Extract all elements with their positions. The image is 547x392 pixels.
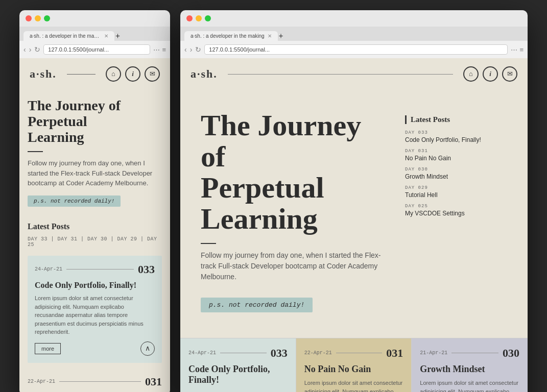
- desktop-mail-icon: ✉: [507, 70, 513, 78]
- mobile-titlebar: [19, 10, 170, 27]
- mobile-up-arrow[interactable]: ∧: [140, 341, 155, 356]
- desktop-tab[interactable]: a·sh. : a developer in the making ✕: [184, 31, 278, 41]
- mobile-post-number-1: 033: [138, 263, 155, 276]
- share-icon[interactable]: ⋯: [153, 46, 160, 54]
- mobile-subtitle: Follow my journey from day one, when I s…: [28, 158, 162, 188]
- mobile-main: The Journey of Perpetual Learning Follow…: [19, 90, 170, 392]
- desktop-sidebar-title-4[interactable]: Tutorial Hell: [405, 191, 507, 199]
- desktop-hero-main: The Journey of Perpetual Learning Follow…: [201, 110, 390, 323]
- desktop-sidebar-title-2[interactable]: No Pain No Gain: [405, 155, 507, 162]
- desktop-post-title-2: No Pain No Gain: [304, 364, 403, 375]
- desktop-sidebar-day-1: DAY 033: [405, 130, 507, 135]
- desktop-title-divider: [201, 243, 216, 244]
- mobile-number-line: [66, 269, 134, 270]
- desktop-tab-title: a·sh. : a developer in the making: [191, 33, 265, 39]
- desktop-extensions-icon[interactable]: ≡: [519, 46, 524, 54]
- desktop-sidebar-title-5[interactable]: My VSCDOE Settings: [405, 210, 507, 217]
- desktop-share-icon[interactable]: ⋯: [511, 46, 517, 54]
- close-tab-icon[interactable]: ✕: [104, 33, 108, 39]
- mobile-title-divider: [28, 151, 43, 152]
- mobile-home-nav[interactable]: ⌂: [106, 66, 121, 82]
- desktop-post-excerpt-1: Lorem ipsum dolor sit amet consectetur a…: [188, 390, 288, 392]
- desktop-close-dot[interactable]: [186, 15, 193, 21]
- mobile-number-line-2: [59, 381, 141, 382]
- close-dot[interactable]: [26, 15, 32, 21]
- forward-button[interactable]: ›: [29, 45, 32, 54]
- desktop-site-header: a·sh. ⌂ i ✉: [180, 58, 528, 90]
- mobile-post-date-1: 24-Apr-21: [35, 266, 62, 272]
- desktop-toolbar-icons: ⋯ ≡: [511, 46, 524, 54]
- desktop-post-number-1: 033: [271, 347, 288, 360]
- desktop-ps-badge: p.s. not recorded daily!: [201, 298, 313, 312]
- desktop-info-nav[interactable]: i: [483, 66, 498, 82]
- desktop-reload-button[interactable]: ↻: [195, 45, 201, 54]
- desktop-header-line: [228, 74, 453, 75]
- mobile-post-excerpt-1: Lorem ipsum dolor sit amet consectetur a…: [35, 294, 155, 336]
- desktop-post-header-3: 21-Apr-21 030: [420, 347, 519, 360]
- desktop-post-excerpt-2: Lorem ipsum dolor sit amet consectetur a…: [304, 379, 403, 392]
- desktop-sidebar-day-2: DAY 031: [405, 149, 507, 154]
- mobile-url-input[interactable]: 127.0.0.1:5500/journal...: [43, 44, 150, 55]
- mobile-post-title-1: Code Only Portfolio, Finally!: [35, 280, 155, 290]
- mobile-post-card-1: 24-Apr-21 033 Code Only Portfolio, Final…: [28, 256, 162, 363]
- back-button[interactable]: ‹: [23, 45, 26, 54]
- desktop-page-title: The Journey of Perpetual Learning: [201, 110, 390, 235]
- desktop-minimize-dot[interactable]: [196, 15, 202, 21]
- desktop-site-content: a·sh. ⌂ i ✉ The J: [180, 58, 528, 392]
- mobile-addressbar: ‹ › ↻ 127.0.0.1:5500/journal... ⋯ ≡: [19, 41, 170, 58]
- desktop-post-card-1: 24-Apr-21 033 Code Only Portfolio, Final…: [180, 338, 296, 392]
- desktop-new-tab-icon[interactable]: +: [279, 32, 283, 41]
- new-tab-icon[interactable]: +: [115, 32, 120, 41]
- desktop-forward-button[interactable]: ›: [190, 45, 193, 54]
- mobile-post-card-2: 22-Apr-21 031 No Pain No Gain: [28, 369, 162, 392]
- desktop-maximize-dot[interactable]: [205, 15, 211, 21]
- desktop-post-card-2: 22-Apr-21 031 No Pain No Gain Lorem ipsu…: [296, 338, 412, 392]
- mobile-info-nav[interactable]: i: [125, 66, 140, 82]
- desktop-sidebar-day-4: DAY 029: [405, 185, 507, 190]
- desktop-home-nav[interactable]: ⌂: [463, 66, 479, 82]
- mobile-post-header-2: 22-Apr-21 031: [28, 375, 162, 388]
- mobile-tab-bar: a·sh. : a developer in the making ✕ +: [19, 27, 170, 41]
- mobile-latest-posts-title: Latest Posts: [28, 222, 162, 231]
- desktop-sidebar-day-3: DAY 030: [405, 167, 507, 172]
- desktop-home-icon: ⌂: [469, 70, 473, 78]
- mobile-tab-title: a·sh. : a developer in the making: [30, 33, 101, 39]
- desktop-post-header-1: 24-Apr-21 033: [188, 347, 288, 360]
- desktop-logo: a·sh.: [191, 67, 218, 81]
- desktop-sidebar-title-1[interactable]: Code Only Portfolio, Finally!: [405, 136, 507, 143]
- desktop-close-tab-icon[interactable]: ✕: [268, 33, 272, 39]
- desktop-posts-grid: 24-Apr-21 033 Code Only Portfolio, Final…: [180, 338, 528, 392]
- mobile-post-date-2: 22-Apr-21: [28, 379, 55, 384]
- mobile-tab[interactable]: a·sh. : a developer in the making ✕: [23, 31, 114, 41]
- desktop-sidebar-title-3[interactable]: Growth Mindset: [405, 173, 507, 180]
- desktop-post-card-3: 21-Apr-21 030 Growth Mindset Lorem ipsum…: [412, 338, 528, 392]
- mobile-ps-badge: p.s. not recorded daily!: [28, 195, 121, 207]
- mobile-post-nav[interactable]: DAY 33 | DAY 31 | DAY 30 | DAY 29 | DAY …: [28, 236, 162, 248]
- desktop-post-title-1: Code Only Portfolio, Finally!: [188, 364, 288, 386]
- mobile-site-nav: ⌂ i ✉: [106, 66, 160, 82]
- desktop-post-date-1: 24-Apr-21: [188, 350, 216, 356]
- desktop-hero: The Journey of Perpetual Learning Follow…: [180, 90, 528, 338]
- desktop-post-excerpt-3: Lorem ipsum dolor sit amet consectetur a…: [420, 379, 519, 392]
- desktop-post-date-2: 22-Apr-21: [304, 350, 332, 356]
- home-icon: ⌂: [111, 70, 115, 78]
- maximize-dot[interactable]: [44, 15, 50, 21]
- desktop-url-input[interactable]: 127.0.0.1:5500/journal...: [204, 44, 508, 55]
- mobile-more-button-1[interactable]: more: [35, 343, 61, 354]
- mobile-mail-nav[interactable]: ✉: [145, 66, 160, 82]
- desktop-back-button[interactable]: ‹: [184, 45, 187, 54]
- desktop-sidebar-post-3: DAY 030 Growth Mindset: [405, 167, 507, 180]
- desktop-titlebar: [180, 10, 528, 27]
- mobile-latest-posts: Latest Posts DAY 33 | DAY 31 | DAY 30 | …: [28, 222, 162, 392]
- minimize-dot[interactable]: [35, 15, 41, 21]
- reload-button[interactable]: ↻: [34, 45, 40, 54]
- desktop-number-line-1: [220, 353, 267, 353]
- mail-icon: ✉: [150, 70, 155, 78]
- desktop-info-icon: i: [489, 70, 491, 78]
- desktop-tab-bar: a·sh. : a developer in the making ✕ +: [180, 27, 528, 41]
- up-arrow-icon: ∧: [145, 344, 150, 353]
- extensions-icon[interactable]: ≡: [162, 46, 166, 54]
- desktop-sidebar-title: Latest Posts: [405, 115, 507, 124]
- desktop-mail-nav[interactable]: ✉: [502, 66, 517, 82]
- desktop-sidebar-post-2: DAY 031 No Pain No Gain: [405, 149, 507, 162]
